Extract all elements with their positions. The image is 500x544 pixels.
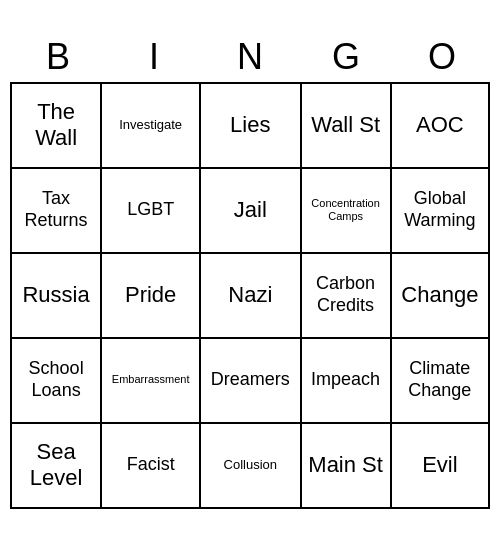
cell-4-2: Collusion [200,423,300,508]
header-letter-o: O [402,36,482,78]
cell-0-1: Investigate [101,83,200,168]
cell-1-1: LGBT [101,168,200,253]
bingo-grid: The WallInvestigateLiesWall StAOCTax Ret… [10,82,490,509]
cell-2-3: Carbon Credits [301,253,391,338]
cell-0-2: Lies [200,83,300,168]
cell-2-2: Nazi [200,253,300,338]
grid-row-2: RussiaPrideNaziCarbon CreditsChange [11,253,489,338]
header-letter-i: I [114,36,194,78]
cell-2-4: Change [391,253,489,338]
cell-3-1: Embarrassment [101,338,200,423]
cell-3-3: Impeach [301,338,391,423]
cell-3-0: School Loans [11,338,101,423]
grid-row-4: Sea LevelFacistCollusionMain StEvil [11,423,489,508]
cell-2-0: Russia [11,253,101,338]
header-letter-n: N [210,36,290,78]
bingo-header: BINGO [10,36,490,78]
cell-1-2: Jail [200,168,300,253]
grid-row-1: Tax ReturnsLGBTJailConcentration CampsGl… [11,168,489,253]
header-letter-g: G [306,36,386,78]
cell-0-0: The Wall [11,83,101,168]
cell-1-3: Concentration Camps [301,168,391,253]
cell-0-4: AOC [391,83,489,168]
cell-4-0: Sea Level [11,423,101,508]
header-letter-b: B [18,36,98,78]
cell-4-3: Main St [301,423,391,508]
cell-3-4: Climate Change [391,338,489,423]
cell-0-3: Wall St [301,83,391,168]
cell-1-4: Global Warming [391,168,489,253]
cell-3-2: Dreamers [200,338,300,423]
cell-4-1: Facist [101,423,200,508]
cell-4-4: Evil [391,423,489,508]
cell-2-1: Pride [101,253,200,338]
grid-row-0: The WallInvestigateLiesWall StAOC [11,83,489,168]
cell-1-0: Tax Returns [11,168,101,253]
bingo-card: BINGO The WallInvestigateLiesWall StAOCT… [10,36,490,509]
grid-row-3: School LoansEmbarrassmentDreamersImpeach… [11,338,489,423]
